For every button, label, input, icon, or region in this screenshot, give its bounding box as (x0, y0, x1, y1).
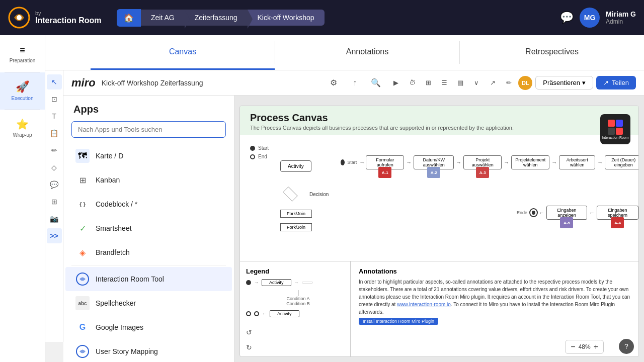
legend-row-2: ← Activity (246, 310, 344, 317)
app-item-smartsheet[interactable]: ✓ Smartsheet (65, 216, 232, 240)
breadcrumb-kickoff[interactable]: Kick-off Workshop (248, 10, 325, 26)
frames-tool[interactable]: ⊡ (47, 92, 62, 107)
legend-row-1: → Activity → (246, 279, 344, 286)
annotations-link[interactable]: www.interaction-room.io (397, 302, 451, 307)
app-item-userstorymapping[interactable]: User Story Mapping (65, 339, 232, 362)
tab-retrospectives[interactable]: Retrospectives (460, 35, 644, 70)
forkjoin-label-1: Fork/Join (280, 210, 312, 218)
tab-canvas[interactable]: Canvas (91, 35, 275, 70)
zoom-controls: − 48% + (565, 340, 604, 354)
node-a5-badge: A-5 (560, 217, 573, 228)
app-name-karte: Karte / D (96, 152, 123, 160)
miro-board-name[interactable]: Kick-off Workshop Zeiterfassung (102, 79, 320, 87)
breadcrumb-zeit-ag[interactable]: Zeit AG (141, 10, 185, 26)
arrow-6: → (597, 159, 603, 165)
app-item-googleimages[interactable]: G Google Images (65, 315, 232, 339)
search-icon[interactable]: 🔍 (368, 75, 383, 90)
canvas-area[interactable]: Process Canvas The Process Canvas depict… (234, 96, 644, 362)
kanban-icon: ⊞ (75, 173, 90, 187)
text-tool[interactable]: T (47, 109, 62, 124)
forkjoin-label-2: Fork/Join (280, 223, 312, 231)
user-role: Admin (606, 18, 636, 25)
app-item-karte[interactable]: 🗺 Karte / D (65, 144, 232, 168)
select-tool[interactable]: ↖ (47, 74, 62, 89)
legend-vert-line (298, 290, 298, 296)
node-a5-id: A-5 (564, 221, 570, 225)
table-icon[interactable]: ⊞ (422, 76, 435, 89)
arrow-b2: ← (589, 210, 595, 216)
logo-name: Interaction Room (35, 16, 102, 25)
end-dot (250, 154, 255, 159)
install-plugin-button[interactable]: Install Interaction Room Miro Plugin (359, 318, 438, 325)
chat-icon[interactable]: 💬 (560, 11, 574, 24)
more-icon[interactable]: ∨ (470, 76, 483, 89)
present-button[interactable]: Präsentieren ▾ (535, 76, 593, 89)
apps-title: Apps (63, 96, 234, 121)
arrow-2: → (406, 159, 412, 165)
annotations-title: Annotations (359, 267, 630, 275)
shape-tool[interactable]: ◇ (47, 160, 62, 175)
app-item-brandfetch[interactable]: ◈ Brandfetch (65, 240, 232, 264)
legend-activity-box-2: Activity (270, 310, 299, 317)
note-tool[interactable]: 📋 (47, 126, 62, 141)
sidebar-preparation[interactable]: ≡ Preparation (0, 35, 45, 72)
forkjoin-2: Fork/Join (280, 223, 312, 231)
apps-search-input[interactable] (71, 121, 226, 138)
node-a2-badge: A-2 (427, 167, 440, 178)
pen-draw-tool[interactable]: ✏ (47, 143, 62, 158)
card-icon[interactable]: ☰ (438, 76, 451, 89)
activity-shape: Activity (280, 160, 311, 172)
app-name-googleimages: Google Images (96, 323, 143, 331)
arrow-5: → (551, 159, 557, 165)
process-canvas-subtitle: The Process Canvas depicts all business … (250, 125, 628, 131)
timer-icon[interactable]: ⏱ (406, 76, 419, 89)
undo-button[interactable]: ↺ (243, 326, 256, 339)
pen-icon[interactable]: ✏ (502, 76, 515, 89)
share-button[interactable]: ↗ Teilen (596, 76, 636, 89)
legend-condition-a: Condition A (286, 296, 309, 301)
end-dot-flow (530, 209, 537, 216)
more-tools-btn[interactable]: >> (47, 228, 62, 243)
app-item-kanban[interactable]: ⊞ Kanban (65, 168, 232, 192)
flow-node-a1: Formular aufrufen A-1 (366, 155, 404, 169)
breadcrumb-zeiterfassung[interactable]: Zeiterfassung (185, 10, 248, 26)
breadcrumb-home[interactable]: 🏠 (117, 9, 141, 27)
flowchart-area: Start End Activity Decision Fork/Join (240, 135, 638, 276)
node-a3-badge: A-3 (476, 167, 489, 178)
table-tool[interactable]: ⊞ (47, 194, 62, 209)
arrow-1: → (359, 159, 365, 165)
main-flow: Start → Formular aufrufen A-1 → Datum/KW… (341, 155, 639, 169)
start-dot (250, 146, 255, 151)
undo-redo: ↺ ↻ (243, 326, 256, 354)
zoom-out-button[interactable]: − (571, 342, 575, 351)
cursor-icon[interactable]: ↗ (486, 76, 499, 89)
flow-node-a5: Eingaben anzeigen A-5 (546, 206, 587, 220)
tab-annotations[interactable]: Annotations (275, 35, 459, 70)
app-item-irtool[interactable]: Interaction Room Tool (65, 267, 232, 291)
play-icon[interactable]: ▶ (389, 76, 403, 89)
process-canvas-header: Process Canvas The Process Canvas depict… (240, 106, 638, 135)
apps-panel: Apps 🗺 Karte / D ⊞ Kanban { } Codeblock … (63, 96, 234, 362)
legend-condition-b: Condition B (286, 301, 310, 306)
app-item-spellchecker[interactable]: abc Spellchecker (65, 291, 232, 315)
start-text: Start (347, 160, 357, 165)
miro-toolbar: miro Kick-off Workshop Zeiterfassung ⚙ ↑… (63, 70, 644, 96)
media-tool[interactable]: 📷 (47, 211, 62, 226)
upload-icon[interactable]: ↑ (347, 75, 362, 90)
comment-tool[interactable]: 💬 (47, 177, 62, 192)
settings-icon[interactable]: ⚙ (326, 75, 341, 90)
node-a3-id: A-3 (479, 170, 486, 175)
app-name-smartsheet: Smartsheet (96, 224, 132, 232)
sidebar-execution[interactable]: 🚀 Execution (0, 72, 45, 110)
arrow-4: → (504, 159, 509, 165)
legend-arrow-1: → (254, 280, 259, 285)
zoom-in-button[interactable]: + (594, 342, 598, 351)
help-button[interactable]: ? (619, 339, 634, 354)
user-avatar[interactable]: MG (580, 8, 600, 28)
redo-button[interactable]: ↻ (243, 341, 256, 354)
sidebar-wrapup[interactable]: ⭐ Wrap-up (0, 110, 45, 146)
annotations-text: In order to highlight particular aspects… (359, 278, 630, 316)
app-item-codeblock[interactable]: { } Codeblock / * (65, 192, 232, 216)
layout-icon[interactable]: ▤ (454, 76, 467, 89)
apps-search (71, 121, 226, 138)
